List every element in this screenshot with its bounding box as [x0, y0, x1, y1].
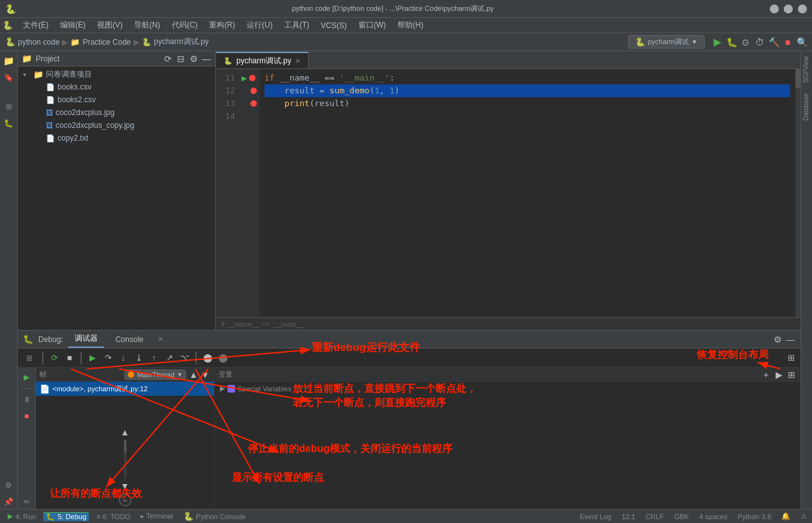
restore-layout-button[interactable]: ⊞ — [784, 351, 798, 365]
menu-edit[interactable]: 编辑(E) — [55, 19, 91, 32]
special-variables-row[interactable]: ▶ Special Variables — [215, 382, 801, 395]
special-vars-label: Special Variables — [238, 385, 291, 393]
menu-help[interactable]: 帮助(H) — [392, 19, 429, 32]
minimize-button[interactable]: ─ — [770, 4, 779, 13]
warning-icon[interactable]: ⚠ — [801, 512, 807, 520]
sidebar-project-icon[interactable]: 📁 — [2, 54, 16, 68]
breadcrumb-project[interactable]: python code — [18, 38, 59, 47]
view-breakpoints-button[interactable]: ⬤ — [201, 351, 215, 365]
code-content[interactable]: if __name__ == '__main__': result = sum_… — [259, 69, 795, 317]
debug-pause-icon[interactable]: ⏸ — [20, 393, 34, 407]
search-everywhere-button[interactable]: 🔍 — [797, 37, 807, 47]
run-button[interactable]: ▶ — [712, 37, 723, 47]
coverage-button[interactable]: ⊙ — [740, 37, 751, 47]
menu-code[interactable]: 代码(C) — [167, 19, 203, 32]
debug-tab-debugger[interactable]: 调试器 — [68, 331, 104, 348]
tree-item-books-csv[interactable]: 📄 books.csv — [18, 81, 215, 93]
tree-item-books2-csv[interactable]: 📄 books2.csv — [18, 93, 215, 106]
tree-item-coco-jpg[interactable]: 🖼 coco2dxcplus.jpg — [18, 106, 215, 119]
sgf-view-label[interactable]: SGFView — [801, 51, 812, 88]
add-watch-icon[interactable]: + — [761, 370, 771, 380]
scrollbar-thumb[interactable] — [795, 69, 801, 88]
debug-resume-icon[interactable]: ▶ — [20, 370, 34, 384]
rerun-debug-button[interactable]: ⟳ — [47, 351, 61, 365]
editor-footer-code: if __name__ == '__main__' — [221, 320, 305, 328]
resume-program-button[interactable]: ▶ — [86, 351, 100, 365]
menu-view[interactable]: 视图(V) — [92, 19, 128, 32]
editor-tab-main[interactable]: 🐍 pycharm调试.py ✕ — [216, 52, 309, 68]
build-button[interactable]: 🔨 — [769, 37, 779, 47]
menu-tools[interactable]: 工具(T) — [279, 19, 314, 32]
sidebar-structure-icon[interactable]: ⊞ — [2, 100, 16, 114]
code-editor[interactable]: 11 12 13 14 ▶ — [216, 69, 801, 317]
stop-button[interactable]: ■ — [783, 37, 793, 47]
editor-scrollbar[interactable] — [795, 69, 801, 317]
menu-window[interactable]: 窗口(W) — [353, 19, 391, 32]
python-version: Python 3.8 — [737, 513, 771, 520]
tree-item-coco-copy-jpg[interactable]: 🖼 coco2dxcplus_copy.jpg — [18, 119, 215, 132]
frame-up-icon[interactable]: ▲ — [188, 370, 199, 380]
debug-tab-console[interactable]: Console — [109, 331, 150, 348]
run-to-icon[interactable]: ▶ — [774, 370, 784, 380]
force-step-into-button[interactable]: ⤓ — [132, 351, 146, 365]
hide-panel-icon[interactable]: — — [201, 54, 211, 64]
debug-settings-icon[interactable]: ⚙ — [772, 334, 783, 345]
collapse-icon[interactable]: ⊟ — [176, 54, 186, 64]
frames-label: 帧 — [40, 370, 47, 379]
sidebar-pin-icon[interactable]: 📌 — [2, 495, 16, 509]
debug-button[interactable]: 🐛 — [726, 37, 737, 47]
line-numbers: 11 12 13 14 — [216, 69, 239, 317]
breadcrumb-file[interactable]: 🐍 pycharm调试.py — [142, 36, 209, 47]
debug-status-tab[interactable]: 🐛 5: Debug — [43, 512, 89, 521]
sidebar-debug-icon[interactable]: 🐛 — [2, 116, 16, 130]
mute-breakpoints-button[interactable]: ⬤ — [216, 351, 230, 365]
event-log-label[interactable]: Event Log — [579, 513, 611, 520]
todo-tab[interactable]: ≡ 6: TODO — [94, 513, 133, 520]
tree-item-root[interactable]: ▾ 📁 问卷调查项目 — [18, 68, 215, 81]
thread-selector[interactable]: MainThread ▼ — [125, 370, 186, 380]
close-button[interactable]: ✕ — [798, 4, 807, 13]
menu-run[interactable]: 运行(U) — [241, 19, 278, 32]
debug-minimize-icon[interactable]: — — [785, 334, 795, 345]
scroll-infinity-icon[interactable]: ∞ — [119, 494, 132, 506]
sync-icon[interactable]: ⟳ — [163, 54, 173, 64]
evaluate-button[interactable]: ⌥ — [178, 351, 192, 365]
database-label[interactable]: Database — [801, 88, 812, 126]
menu-vcs[interactable]: VCS(S) — [316, 20, 352, 31]
title-bar-left: 🐍 — [5, 4, 16, 14]
run-tab[interactable]: ▶ 4: Run — [5, 512, 38, 520]
step-out-button[interactable]: ↑ — [147, 351, 161, 365]
tab-close-icon[interactable]: ✕ — [295, 58, 300, 65]
vars-grid-icon[interactable]: ⊞ — [786, 370, 797, 380]
scroll-down-icon[interactable]: ▼ — [120, 481, 130, 491]
run-to-cursor-button[interactable]: ↗ — [162, 351, 176, 365]
frame-item[interactable]: 📄 <module>, pycharm调试.py:12 — [36, 382, 214, 396]
breadcrumb-folder-label: Practice Code — [82, 38, 130, 47]
sidebar-bookmark-icon[interactable]: 🔖 — [2, 70, 16, 84]
profile-button[interactable]: ⏱ — [755, 37, 765, 47]
menu-bar: 🐍 文件(E) 编辑(E) 视图(V) 导航(N) 代码(C) 重构(R) 运行… — [0, 18, 812, 33]
menu-file[interactable]: 文件(E) — [18, 19, 54, 32]
gear-icon[interactable]: ⚙ — [188, 54, 199, 64]
python-console-tab[interactable]: 🐍 Python Console — [181, 511, 249, 521]
debug-variables-header: 变量 + ▶ ⊞ — [215, 368, 801, 382]
breadcrumb-folder[interactable]: 📁 Practice Code — [70, 38, 130, 47]
step-over-button[interactable]: ↷ — [101, 351, 115, 365]
menu-refactor[interactable]: 重构(R) — [204, 19, 240, 32]
terminal-tab[interactable]: ▸ Terminal — [138, 512, 175, 520]
debug-pencil-icon[interactable]: ✏ — [20, 495, 34, 509]
maximize-button[interactable]: □ — [784, 4, 793, 13]
tree-item-copy2-txt[interactable]: 📄 copy2.txt — [18, 132, 215, 144]
sidebar-settings-icon[interactable]: ⚙ — [2, 478, 16, 492]
stop-debug-button[interactable]: ■ — [63, 351, 77, 365]
debug-side-btn[interactable]: ⊞ — [20, 349, 38, 367]
step-into-button[interactable]: ↓ — [116, 351, 130, 365]
menu-navigate[interactable]: 导航(N) — [129, 19, 165, 32]
debug-close-tab-icon[interactable]: ✕ — [155, 334, 165, 345]
frame-down-icon[interactable]: ▼ — [200, 370, 210, 380]
run-config-button[interactable]: 🐍 pycharm调试 ▼ — [628, 35, 705, 49]
left-sidebar: 📁 🔖 ⊞ 🐛 ⚙ 📌 — [0, 51, 18, 509]
scroll-up-icon[interactable]: ▲ — [120, 427, 130, 437]
debug-stop-icon[interactable]: ■ — [20, 409, 34, 423]
notification-icon[interactable]: 🔔 — [781, 512, 790, 520]
